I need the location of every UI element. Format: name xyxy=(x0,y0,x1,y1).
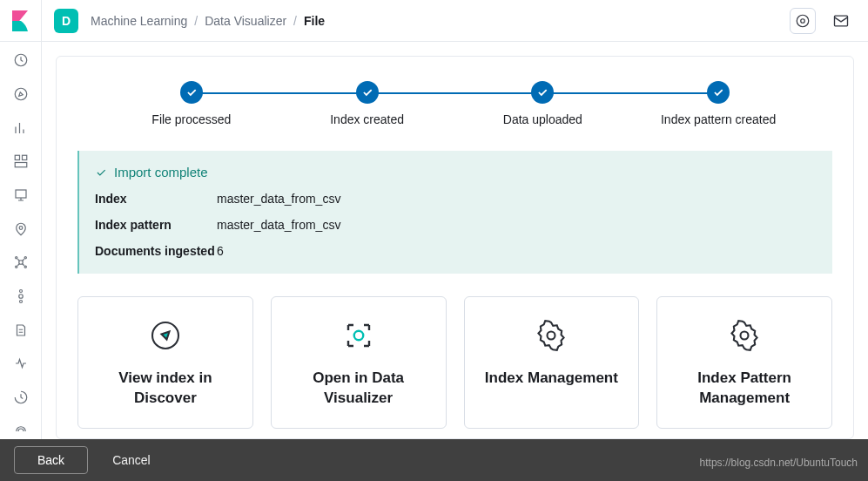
index-label: Index xyxy=(95,192,217,206)
index-pattern-label: Index pattern xyxy=(95,218,217,232)
breadcrumb: Machine Learning / Data Visualizer / Fil… xyxy=(91,14,790,28)
breadcrumb-current: File xyxy=(304,14,325,28)
side-nav xyxy=(0,42,42,439)
canvas-icon[interactable] xyxy=(12,187,30,204)
check-icon xyxy=(531,81,554,104)
apm-icon[interactable] xyxy=(12,356,30,372)
watermark-text: https://blog.csdn.net/UbuntuTouch xyxy=(700,457,858,469)
import-complete-callout: Import complete Index master_data_from_c… xyxy=(77,151,832,274)
svg-point-20 xyxy=(548,332,555,340)
space-badge[interactable]: D xyxy=(54,9,78,33)
breadcrumb-item[interactable]: Machine Learning xyxy=(91,14,187,28)
action-cards: View index in Discover Open in Data Visu… xyxy=(77,296,832,429)
card-open-data-visualizer[interactable]: Open in Data Visualizer xyxy=(271,296,447,429)
svg-rect-8 xyxy=(16,190,26,198)
svg-rect-6 xyxy=(22,156,26,160)
import-panel: File processed Index created Data upload… xyxy=(56,56,854,439)
callout-title: Import complete xyxy=(95,165,817,180)
svg-point-4 xyxy=(15,88,27,100)
siem-icon[interactable] xyxy=(12,423,30,439)
svg-rect-2 xyxy=(835,16,848,26)
step-label: Data uploaded xyxy=(455,112,631,126)
card-title: Index Management xyxy=(481,369,623,389)
mail-icon[interactable] xyxy=(828,12,854,30)
check-icon xyxy=(707,81,730,104)
svg-rect-7 xyxy=(15,163,27,167)
ml-icon[interactable] xyxy=(12,254,30,271)
scan-icon xyxy=(287,316,430,355)
uptime-icon[interactable] xyxy=(12,390,30,406)
svg-point-13 xyxy=(15,266,17,268)
svg-rect-5 xyxy=(15,156,19,160)
svg-point-16 xyxy=(19,290,22,293)
step-data-uploaded: Data uploaded xyxy=(455,81,631,126)
svg-point-15 xyxy=(18,295,23,299)
compass-icon xyxy=(94,316,237,355)
svg-point-0 xyxy=(797,15,809,27)
svg-point-19 xyxy=(353,331,363,341)
gear-icon xyxy=(481,316,623,355)
card-title: Index Pattern Management xyxy=(673,369,816,409)
visualize-icon[interactable] xyxy=(12,119,30,136)
svg-point-17 xyxy=(19,301,22,303)
recent-icon[interactable] xyxy=(12,52,30,69)
callout-details: Index master_data_from_csv Index pattern… xyxy=(95,192,817,258)
index-value: master_data_from_csv xyxy=(217,192,817,206)
step-label: Index pattern created xyxy=(630,112,806,126)
step-index-pattern-created: Index pattern created xyxy=(630,81,806,126)
breadcrumb-item[interactable]: Data Visualizer xyxy=(205,14,286,28)
check-icon xyxy=(356,81,379,104)
card-title: Open in Data Visualizer xyxy=(287,369,430,409)
kibana-logo[interactable] xyxy=(0,0,42,42)
metrics-icon[interactable] xyxy=(12,288,30,305)
progress-steps: File processed Index created Data upload… xyxy=(104,81,806,126)
logs-icon[interactable] xyxy=(12,322,30,338)
documents-ingested-value: 6 xyxy=(217,244,817,258)
main-content: File processed Index created Data upload… xyxy=(42,42,868,439)
back-button[interactable]: Back xyxy=(14,446,88,474)
check-icon xyxy=(180,81,203,104)
index-pattern-value: master_data_from_csv xyxy=(217,218,817,232)
svg-point-12 xyxy=(24,257,26,259)
svg-point-9 xyxy=(19,226,23,229)
help-icon[interactable] xyxy=(790,8,816,34)
card-index-management[interactable]: Index Management xyxy=(464,296,640,429)
maps-icon[interactable] xyxy=(12,220,30,237)
svg-point-1 xyxy=(801,18,805,23)
dashboard-icon[interactable] xyxy=(12,153,30,170)
svg-point-14 xyxy=(24,266,26,268)
step-label: Index created xyxy=(279,112,455,126)
discover-icon[interactable] xyxy=(12,86,30,103)
svg-point-21 xyxy=(741,332,749,340)
breadcrumb-separator: / xyxy=(194,14,198,28)
card-view-in-discover[interactable]: View index in Discover xyxy=(77,296,253,429)
breadcrumb-separator: / xyxy=(293,14,297,28)
check-icon xyxy=(95,166,107,179)
card-title: View index in Discover xyxy=(94,369,237,409)
cancel-button[interactable]: Cancel xyxy=(112,453,151,467)
step-file-processed: File processed xyxy=(104,81,279,126)
top-bar: D Machine Learning / Data Visualizer / F… xyxy=(0,0,868,42)
step-label: File processed xyxy=(104,112,279,126)
svg-point-11 xyxy=(15,257,17,259)
step-index-created: Index created xyxy=(279,81,455,126)
gear-icon xyxy=(673,316,816,355)
footer-bar: Back Cancel https://blog.csdn.net/Ubuntu… xyxy=(0,439,868,481)
card-index-pattern-management[interactable]: Index Pattern Management xyxy=(656,296,832,429)
documents-ingested-label: Documents ingested xyxy=(95,244,217,258)
